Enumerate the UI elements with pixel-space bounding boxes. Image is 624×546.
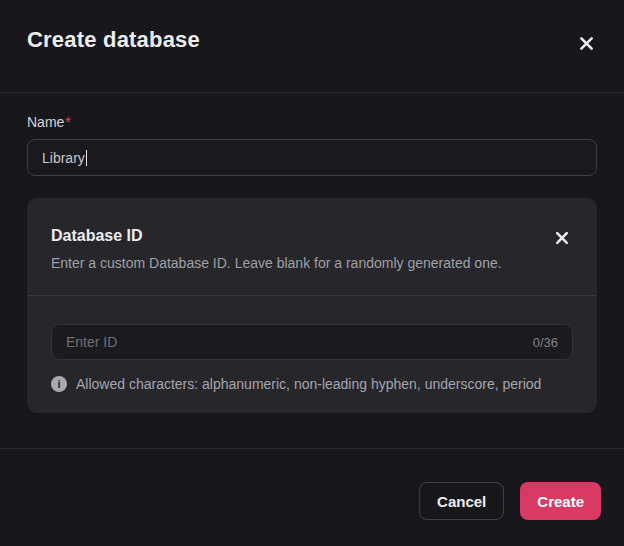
- close-icon: [555, 233, 569, 248]
- database-id-card: Database ID Enter a custom Database ID. …: [27, 198, 597, 413]
- char-counter: 0/36: [533, 335, 558, 350]
- modal-body: Name* Library Database ID Enter a custom…: [0, 93, 624, 448]
- database-id-card-text: Database ID Enter a custom Database ID. …: [51, 225, 502, 273]
- cancel-button[interactable]: Cancel: [419, 482, 504, 520]
- database-id-title: Database ID: [51, 225, 502, 247]
- modal-header: Create database: [0, 0, 624, 93]
- close-icon: [579, 39, 594, 54]
- allowed-characters-hint: i Allowed characters: alphanumeric, non-…: [51, 374, 573, 394]
- create-button[interactable]: Create: [520, 482, 601, 520]
- allowed-characters-text: Allowed characters: alphanumeric, non-le…: [76, 374, 541, 394]
- database-id-description: Enter a custom Database ID. Leave blank …: [51, 253, 502, 273]
- database-id-card-close-button[interactable]: [551, 227, 573, 249]
- required-marker: *: [65, 114, 70, 130]
- name-label-text: Name: [27, 114, 64, 130]
- info-icon: i: [51, 376, 67, 392]
- name-input-value: Library: [42, 150, 85, 166]
- modal-footer: Cancel Create: [0, 448, 624, 546]
- name-input[interactable]: Library: [27, 139, 597, 176]
- modal-close-button[interactable]: [575, 32, 598, 55]
- database-id-card-body: Enter ID 0/36 i Allowed characters: alph…: [27, 296, 597, 413]
- database-id-placeholder: Enter ID: [66, 334, 117, 350]
- create-database-modal: Create database Name* Library Database I…: [0, 0, 624, 546]
- name-field-label: Name*: [27, 113, 597, 131]
- page-title: Create database: [27, 26, 200, 54]
- database-id-card-header: Database ID Enter a custom Database ID. …: [27, 198, 597, 296]
- database-id-input[interactable]: Enter ID 0/36: [51, 324, 573, 360]
- text-caret: [86, 150, 87, 166]
